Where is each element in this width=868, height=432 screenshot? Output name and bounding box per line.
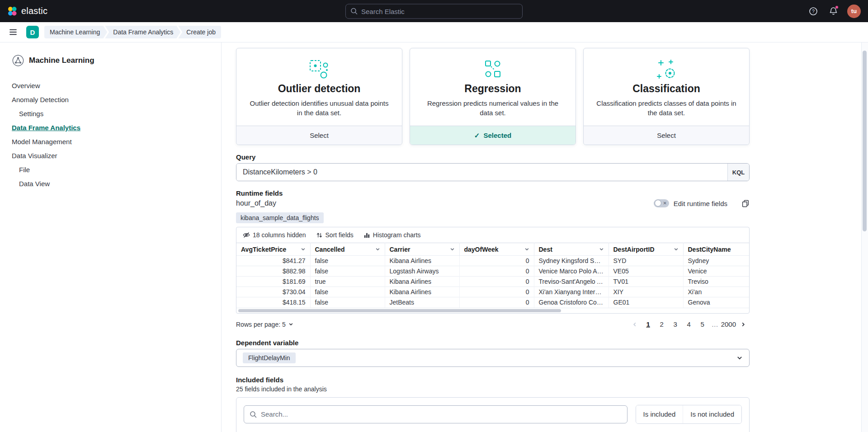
column-header-destcityname[interactable]: DestCityName xyxy=(688,246,745,253)
sidebar-item-data-frame-analytics[interactable]: Data Frame Analytics xyxy=(12,121,116,135)
query-label: Query xyxy=(236,153,750,161)
space-avatar[interactable]: D xyxy=(26,26,39,38)
cell: Venice xyxy=(683,266,749,277)
chevron-down-icon[interactable] xyxy=(524,247,529,252)
runtime-field-name: hour_of_day xyxy=(236,199,276,207)
dependent-variable-select[interactable]: FlightDelayMin xyxy=(236,349,750,367)
search-icon xyxy=(250,411,257,418)
horizontal-scrollbar-thumb[interactable] xyxy=(238,309,561,312)
columns-hidden-button[interactable]: 18 columns hidden xyxy=(239,230,310,240)
help-icon[interactable]: ? xyxy=(807,5,819,17)
page-button-2[interactable]: 2 xyxy=(656,318,668,331)
page-button-1[interactable]: 1 xyxy=(642,318,655,331)
data-grid-toolbar: 18 columns hidden Sort fields xyxy=(236,227,749,243)
kql-language-button[interactable]: KQL xyxy=(727,164,749,181)
column-header-avgticketprice[interactable]: AvgTicketPrice xyxy=(241,246,306,253)
chevron-down-icon[interactable] xyxy=(674,247,679,252)
source-index-badge: kibana_sample_data_flights xyxy=(236,212,324,223)
eye-closed-icon xyxy=(243,231,250,239)
data-grid-table: AvgTicketPrice Cancelled Carrier dayOfWe… xyxy=(236,243,749,308)
hamburger-menu-icon[interactable] xyxy=(5,24,21,40)
kibana-app: elastic ? xyxy=(0,0,868,432)
pagination: 1 2 3 4 5 … 2000 xyxy=(628,318,750,331)
breadcrumb: Machine Learning Data Frame Analytics Cr… xyxy=(44,26,221,38)
cell: VE05 xyxy=(609,266,683,277)
copy-icon[interactable] xyxy=(742,200,750,207)
sidebar-item-anomaly-detection[interactable]: Anomaly Detection xyxy=(12,93,116,107)
sidebar-item-overview[interactable]: Overview xyxy=(12,79,116,93)
included-fields-summary: 25 fields included in the analysis xyxy=(236,385,750,393)
chevron-down-icon[interactable] xyxy=(375,247,380,252)
query-input[interactable] xyxy=(236,164,727,181)
sidebar-title: Machine Learning xyxy=(29,56,94,65)
cell: 0 xyxy=(459,256,534,266)
card-action-label: Select xyxy=(310,131,329,139)
cell: false xyxy=(310,256,385,266)
column-header-destairportid[interactable]: DestAirportID xyxy=(613,246,679,253)
fields-search-input[interactable] xyxy=(261,410,622,418)
column-header-dayofweek[interactable]: dayOfWeek xyxy=(464,246,529,253)
rows-per-page-button[interactable]: Rows per page: 5 xyxy=(236,321,293,328)
cell: GE01 xyxy=(609,297,683,308)
cell: Kibana Airlines xyxy=(385,287,459,297)
cell: 0 xyxy=(459,277,534,287)
table-row: $841.27 false Kibana Airlines 0 Sydney K… xyxy=(236,256,749,266)
chevron-down-icon[interactable] xyxy=(301,247,306,252)
cell: $841.27 xyxy=(236,256,310,266)
chevron-down-icon[interactable] xyxy=(450,247,455,252)
page-button-4[interactable]: 4 xyxy=(683,318,695,331)
select-classification-button[interactable]: Select xyxy=(584,126,749,145)
card-regression[interactable]: Regression Regression predicts numerical… xyxy=(410,48,576,145)
sort-fields-button[interactable]: Sort fields xyxy=(312,230,357,240)
vertical-scrollbar xyxy=(861,42,868,432)
global-header: elastic ? xyxy=(0,0,868,22)
notifications-bell-icon[interactable] xyxy=(827,5,839,17)
sidebar-item-settings[interactable]: Settings xyxy=(12,107,116,121)
page-button-5[interactable]: 5 xyxy=(696,318,709,331)
cell: 0 xyxy=(459,287,534,297)
sidebar-item-data-view[interactable]: Data View xyxy=(12,177,116,191)
page-button-3[interactable]: 3 xyxy=(669,318,682,331)
histogram-charts-label: Histogram charts xyxy=(373,231,421,239)
card-title: Outlier detection xyxy=(248,83,390,95)
card-outlier-detection[interactable]: Outlier detection Outlier detection iden… xyxy=(236,48,402,145)
breadcrumb-create-job[interactable]: Create job xyxy=(178,26,221,38)
fields-search-box xyxy=(244,405,627,423)
column-header-dest[interactable]: Dest xyxy=(539,246,604,253)
sidebar-item-model-management[interactable]: Model Management xyxy=(12,135,116,149)
filter-is-included-button[interactable]: Is included xyxy=(636,405,683,423)
global-search-input[interactable] xyxy=(361,7,518,15)
column-header-cancelled[interactable]: Cancelled xyxy=(315,246,380,253)
cell: false xyxy=(310,297,385,308)
previous-page-icon[interactable] xyxy=(628,318,641,331)
edit-runtime-fields-label: Edit runtime fields xyxy=(674,200,727,207)
cell: XIY xyxy=(609,287,683,297)
cell: 0 xyxy=(459,297,534,308)
sort-icon xyxy=(316,232,323,239)
edit-runtime-fields-toggle[interactable]: ✕ xyxy=(654,199,669,207)
select-outlier-detection-button[interactable]: Select xyxy=(236,126,402,145)
column-header-carrier[interactable]: Carrier xyxy=(390,246,455,253)
user-avatar[interactable]: tu xyxy=(847,5,861,18)
filter-is-not-included-button[interactable]: Is not included xyxy=(683,405,741,423)
next-page-icon[interactable] xyxy=(737,318,750,331)
table-row: $730.04 false Kibana Airlines 0 Xi'an Xi… xyxy=(236,287,749,297)
card-classification[interactable]: Classification Classification predicts c… xyxy=(583,48,750,145)
sidebar-item-file[interactable]: File xyxy=(12,163,116,177)
check-icon: ✓ xyxy=(474,131,480,140)
vertical-scrollbar-thumb[interactable] xyxy=(863,51,867,231)
ml-sidebar: Machine Learning Overview Anomaly Detect… xyxy=(0,42,222,432)
histogram-charts-button[interactable]: Histogram charts xyxy=(360,230,425,240)
breadcrumb-data-frame-analytics[interactable]: Data Frame Analytics xyxy=(105,26,180,38)
elastic-home-link[interactable]: elastic xyxy=(7,6,47,16)
regression-selected-button[interactable]: ✓ Selected xyxy=(410,126,576,145)
toggle-thumb xyxy=(655,200,661,207)
pagination-row: Rows per page: 5 1 2 3 4 5 xyxy=(236,318,750,331)
cell: Genoa Cristoforo Colomb… xyxy=(534,297,609,308)
chevron-down-icon[interactable] xyxy=(599,247,604,252)
query-bar: KQL xyxy=(236,163,750,181)
breadcrumb-machine-learning[interactable]: Machine Learning xyxy=(44,26,107,38)
page-button-last[interactable]: 2000 xyxy=(721,318,736,331)
sidebar-item-data-visualizer[interactable]: Data Visualizer xyxy=(12,149,116,163)
table-row: $418.15 false JetBeats 0 Genoa Cristofor… xyxy=(236,297,749,308)
